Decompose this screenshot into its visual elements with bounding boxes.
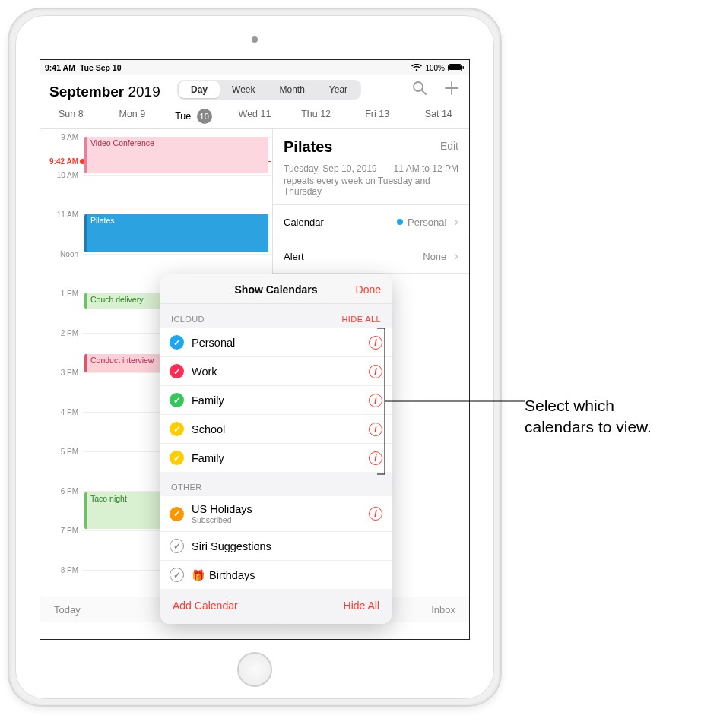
event-video-conference[interactable]: Video Conference [84, 137, 268, 173]
detail-calendar-label: Calendar [284, 217, 324, 228]
time-labels: 9 AM 9:42 AM 10 AM 11 AM Noon 1 PM 2 PM … [40, 129, 83, 622]
annotation-text: Select which calendars to view. [525, 395, 652, 438]
calendar-list-other: US HolidaysSubscribediSiri Suggestions🎁B… [160, 496, 392, 589]
svg-line-4 [422, 90, 426, 94]
calendar-name: Siri Suggestions [192, 540, 382, 552]
battery-pct: 100% [425, 64, 445, 72]
calendar-name: Family [192, 394, 369, 407]
svg-point-3 [414, 82, 423, 91]
annotation-line2: calendars to view. [525, 416, 652, 438]
view-segmented-control[interactable]: Day Week Month Year [177, 80, 361, 100]
event-detail-pane: Pilates Edit Tuesday, Sep 10, 2019 11 AM… [272, 129, 469, 274]
month-year: 2019 [128, 84, 160, 100]
calendar-checkbox[interactable] [170, 568, 184, 582]
calendar-item-work[interactable]: Worki [160, 357, 392, 386]
detail-row-calendar[interactable]: Calendar Personal › [273, 204, 469, 239]
time-noon: Noon [60, 250, 78, 258]
calendar-name: Personal [192, 337, 369, 349]
hide-all-button[interactable]: Hide All [344, 600, 379, 612]
time-6pm: 6 PM [61, 487, 78, 495]
seg-day[interactable]: Day [179, 81, 220, 98]
time-3pm: 3 PM [61, 369, 78, 377]
wifi-icon [411, 64, 422, 71]
done-button[interactable]: Done [356, 283, 381, 296]
status-time: 9:41 AM [45, 63, 75, 72]
time-8pm: 8 PM [61, 566, 78, 574]
time-now: 9:42 AM [49, 157, 78, 166]
calendar-item-siri-suggestions[interactable]: Siri Suggestions [160, 532, 392, 561]
calendar-checkbox[interactable] [170, 364, 184, 378]
weekday-thu[interactable]: Thu 12 [285, 109, 347, 124]
app-header: September 2019 Day Week Month Year [40, 75, 469, 104]
calendars-popover: Show Calendars Done ICLOUD HIDE ALL Pers… [160, 274, 392, 624]
search-icon[interactable] [411, 80, 428, 97]
calendar-name: School [192, 423, 369, 435]
add-calendar-button[interactable]: Add Calendar [173, 600, 238, 612]
detail-repeat: repeats every week on Tuesday and Thursd… [284, 176, 458, 197]
calendar-item-birthdays[interactable]: 🎁Birthdays [160, 561, 392, 589]
time-9am: 9 AM [61, 133, 78, 141]
calendar-item-personal[interactable]: Personali [160, 328, 392, 357]
svg-rect-1 [449, 65, 461, 70]
toolbar-today[interactable]: Today [54, 604, 81, 616]
section-other-label: OTHER [171, 483, 202, 492]
time-1pm: 1 PM [61, 290, 78, 298]
time-2pm: 2 PM [61, 329, 78, 337]
calendar-checkbox[interactable] [170, 422, 184, 436]
detail-date: Tuesday, Sep 10, 2019 [284, 162, 377, 176]
calendar-checkbox[interactable] [170, 451, 184, 465]
event-pilates[interactable]: Pilates [84, 214, 268, 252]
calendar-item-us-holidays[interactable]: US HolidaysSubscribedi [160, 496, 392, 532]
chevron-right-icon: › [454, 248, 458, 264]
status-date: Tue Sep 10 [80, 63, 122, 72]
weekday-fri[interactable]: Fri 13 [347, 109, 408, 124]
popover-title: Show Calendars [235, 283, 318, 296]
detail-calendar-value: Personal [408, 217, 446, 228]
seg-year[interactable]: Year [317, 81, 360, 98]
ipad-camera [252, 36, 258, 43]
svg-rect-2 [463, 66, 465, 69]
weekday-tue[interactable]: Tue 10 [163, 109, 224, 124]
calendar-checkbox[interactable] [170, 507, 184, 521]
seg-month[interactable]: Month [267, 81, 316, 98]
calendar-checkbox[interactable] [170, 335, 184, 350]
month-name: September [49, 84, 124, 100]
calendar-list-icloud: PersonaliWorkiFamilyiSchooliFamilyi [160, 328, 392, 472]
calendar-item-family[interactable]: Familyi [160, 444, 392, 472]
info-icon[interactable]: i [369, 507, 382, 521]
calendar-color-dot [397, 219, 403, 225]
weekday-sat[interactable]: Sat 14 [408, 109, 469, 124]
edit-button[interactable]: Edit [440, 140, 458, 152]
battery-icon [448, 64, 465, 71]
calendar-item-family[interactable]: Familyi [160, 386, 392, 415]
calendar-name: Work [192, 366, 369, 378]
home-button[interactable] [237, 652, 272, 687]
calendar-checkbox[interactable] [170, 393, 184, 407]
time-10am: 10 AM [57, 171, 78, 179]
detail-title: Pilates [284, 138, 458, 156]
weekday-wed[interactable]: Wed 11 [224, 109, 286, 124]
calendar-subtitle: Subscribed [192, 515, 369, 524]
calendar-name: 🎁Birthdays [192, 569, 382, 581]
calendar-checkbox[interactable] [170, 539, 184, 553]
weekday-tue-label: Tue [175, 111, 191, 122]
seg-week[interactable]: Week [220, 81, 267, 98]
hide-all-icloud-button[interactable]: HIDE ALL [341, 315, 381, 324]
popover-header: Show Calendars Done [160, 274, 392, 304]
weekday-mon[interactable]: Mon 9 [102, 109, 163, 124]
status-bar: 9:41 AM Tue Sep 10 100% [40, 60, 469, 75]
annotation-line1: Select which [525, 395, 652, 416]
detail-time: 11 AM to 12 PM [394, 162, 458, 176]
weekday-row: Sun 8 Mon 9 Tue 10 Wed 11 Thu 12 Fri 13 … [40, 104, 469, 128]
toolbar-inbox[interactable]: Inbox [431, 604, 455, 616]
time-7pm: 7 PM [61, 527, 78, 535]
weekday-sun[interactable]: Sun 8 [40, 109, 102, 124]
callout-connector [376, 325, 528, 485]
time-11am: 11 AM [57, 210, 78, 219]
add-event-icon[interactable] [443, 80, 460, 97]
detail-row-alert[interactable]: Alert None › [273, 239, 469, 274]
detail-alert-value: None [423, 251, 446, 262]
detail-alert-label: Alert [284, 251, 304, 262]
calendar-item-school[interactable]: Schooli [160, 415, 392, 444]
section-icloud-label: ICLOUD [171, 315, 205, 324]
